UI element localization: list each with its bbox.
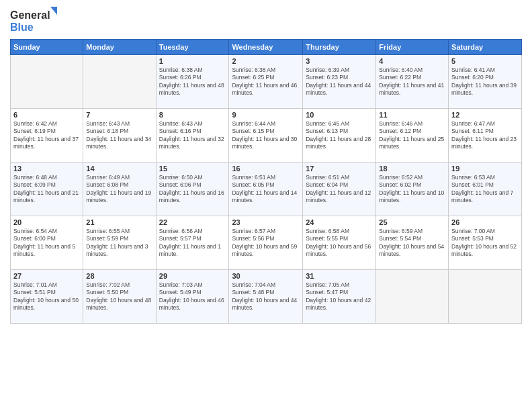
day-number: 9	[232, 111, 300, 119]
day-number: 7	[86, 111, 152, 119]
day-info: Sunrise: 6:44 AM Sunset: 6:15 PM Dayligh…	[232, 120, 300, 151]
table-row: 29Sunrise: 7:03 AM Sunset: 5:49 PM Dayli…	[156, 270, 229, 324]
day-number: 8	[159, 111, 226, 119]
table-row: 28Sunrise: 7:02 AM Sunset: 5:50 PM Dayli…	[83, 270, 156, 324]
calendar-week-row: 13Sunrise: 6:48 AM Sunset: 6:09 PM Dayli…	[11, 163, 522, 216]
table-row: 26Sunrise: 7:00 AM Sunset: 5:53 PM Dayli…	[449, 216, 522, 270]
table-row: 17Sunrise: 6:51 AM Sunset: 6:04 PM Dayli…	[303, 163, 376, 216]
table-row	[11, 55, 83, 109]
day-info: Sunrise: 7:04 AM Sunset: 5:48 PM Dayligh…	[232, 281, 300, 312]
logo: GeneralBlue	[10, 7, 64, 35]
table-row: 16Sunrise: 6:51 AM Sunset: 6:05 PM Dayli…	[229, 163, 303, 216]
day-number: 29	[159, 272, 226, 280]
table-row	[376, 270, 449, 324]
day-info: Sunrise: 6:57 AM Sunset: 5:56 PM Dayligh…	[232, 228, 300, 259]
day-number: 6	[13, 111, 80, 119]
table-row: 2Sunrise: 6:38 AM Sunset: 6:25 PM Daylig…	[229, 55, 303, 109]
day-number: 20	[13, 218, 80, 226]
header-friday: Friday	[376, 40, 449, 55]
day-info: Sunrise: 6:39 AM Sunset: 6:23 PM Dayligh…	[306, 66, 373, 97]
day-number: 10	[306, 111, 373, 119]
header: GeneralBlue	[10, 7, 522, 35]
day-number: 12	[451, 111, 519, 119]
day-number: 30	[232, 272, 300, 280]
day-info: Sunrise: 6:43 AM Sunset: 6:16 PM Dayligh…	[159, 120, 226, 151]
table-row: 8Sunrise: 6:43 AM Sunset: 6:16 PM Daylig…	[156, 109, 229, 163]
day-info: Sunrise: 6:43 AM Sunset: 6:18 PM Dayligh…	[86, 120, 152, 151]
logo-svg: GeneralBlue	[10, 7, 64, 35]
day-number: 19	[451, 165, 519, 173]
table-row: 6Sunrise: 6:42 AM Sunset: 6:19 PM Daylig…	[11, 109, 83, 163]
svg-text:General: General	[10, 9, 50, 21]
table-row: 18Sunrise: 6:52 AM Sunset: 6:02 PM Dayli…	[376, 163, 449, 216]
day-number: 1	[159, 57, 226, 65]
day-info: Sunrise: 6:47 AM Sunset: 6:11 PM Dayligh…	[451, 120, 519, 151]
header-tuesday: Tuesday	[156, 40, 229, 55]
table-row	[449, 270, 522, 324]
day-number: 14	[86, 165, 152, 173]
table-row: 22Sunrise: 6:56 AM Sunset: 5:57 PM Dayli…	[156, 216, 229, 270]
day-number: 22	[159, 218, 226, 226]
day-info: Sunrise: 6:50 AM Sunset: 6:06 PM Dayligh…	[159, 174, 226, 205]
day-info: Sunrise: 6:46 AM Sunset: 6:12 PM Dayligh…	[379, 120, 445, 151]
table-row: 15Sunrise: 6:50 AM Sunset: 6:06 PM Dayli…	[156, 163, 229, 216]
svg-text:Blue: Blue	[10, 21, 34, 33]
day-number: 5	[451, 57, 519, 65]
table-row: 12Sunrise: 6:47 AM Sunset: 6:11 PM Dayli…	[449, 109, 522, 163]
calendar-week-row: 20Sunrise: 6:54 AM Sunset: 6:00 PM Dayli…	[11, 216, 522, 270]
day-info: Sunrise: 7:00 AM Sunset: 5:53 PM Dayligh…	[451, 228, 519, 259]
day-info: Sunrise: 7:01 AM Sunset: 5:51 PM Dayligh…	[13, 281, 80, 312]
day-number: 26	[451, 218, 519, 226]
header-saturday: Saturday	[449, 40, 522, 55]
day-info: Sunrise: 6:42 AM Sunset: 6:19 PM Dayligh…	[13, 120, 80, 151]
header-sunday: Sunday	[11, 40, 83, 55]
table-row: 30Sunrise: 7:04 AM Sunset: 5:48 PM Dayli…	[229, 270, 303, 324]
table-row: 31Sunrise: 7:05 AM Sunset: 5:47 PM Dayli…	[303, 270, 376, 324]
day-info: Sunrise: 6:54 AM Sunset: 6:00 PM Dayligh…	[13, 228, 80, 259]
calendar-body: 1Sunrise: 6:38 AM Sunset: 6:26 PM Daylig…	[11, 55, 522, 324]
table-row: 1Sunrise: 6:38 AM Sunset: 6:26 PM Daylig…	[156, 55, 229, 109]
table-row: 25Sunrise: 6:59 AM Sunset: 5:54 PM Dayli…	[376, 216, 449, 270]
day-info: Sunrise: 6:41 AM Sunset: 6:20 PM Dayligh…	[451, 66, 519, 97]
table-row: 13Sunrise: 6:48 AM Sunset: 6:09 PM Dayli…	[11, 163, 83, 216]
day-info: Sunrise: 6:55 AM Sunset: 5:59 PM Dayligh…	[86, 228, 152, 259]
day-number: 13	[13, 165, 80, 173]
day-info: Sunrise: 6:52 AM Sunset: 6:02 PM Dayligh…	[379, 174, 445, 205]
day-info: Sunrise: 6:38 AM Sunset: 6:26 PM Dayligh…	[159, 66, 226, 97]
table-row: 14Sunrise: 6:49 AM Sunset: 6:08 PM Dayli…	[83, 163, 156, 216]
table-row: 21Sunrise: 6:55 AM Sunset: 5:59 PM Dayli…	[83, 216, 156, 270]
header-thursday: Thursday	[303, 40, 376, 55]
table-row: 23Sunrise: 6:57 AM Sunset: 5:56 PM Dayli…	[229, 216, 303, 270]
day-number: 27	[13, 272, 80, 280]
day-number: 21	[86, 218, 152, 226]
weekday-header-row: Sunday Monday Tuesday Wednesday Thursday…	[11, 40, 522, 55]
day-info: Sunrise: 6:48 AM Sunset: 6:09 PM Dayligh…	[13, 174, 80, 205]
day-info: Sunrise: 7:05 AM Sunset: 5:47 PM Dayligh…	[306, 281, 373, 312]
table-row: 20Sunrise: 6:54 AM Sunset: 6:00 PM Dayli…	[11, 216, 83, 270]
day-number: 23	[232, 218, 300, 226]
day-number: 28	[86, 272, 152, 280]
table-row: 10Sunrise: 6:45 AM Sunset: 6:13 PM Dayli…	[303, 109, 376, 163]
day-info: Sunrise: 7:02 AM Sunset: 5:50 PM Dayligh…	[86, 281, 152, 312]
day-number: 17	[306, 165, 373, 173]
day-info: Sunrise: 6:58 AM Sunset: 5:55 PM Dayligh…	[306, 228, 373, 259]
day-info: Sunrise: 6:49 AM Sunset: 6:08 PM Dayligh…	[86, 174, 152, 205]
day-info: Sunrise: 7:03 AM Sunset: 5:49 PM Dayligh…	[159, 281, 226, 312]
day-number: 4	[379, 57, 445, 65]
day-info: Sunrise: 6:51 AM Sunset: 6:05 PM Dayligh…	[232, 174, 300, 205]
day-number: 3	[306, 57, 373, 65]
day-info: Sunrise: 6:38 AM Sunset: 6:25 PM Dayligh…	[232, 66, 300, 97]
day-info: Sunrise: 6:59 AM Sunset: 5:54 PM Dayligh…	[379, 228, 445, 259]
table-row: 27Sunrise: 7:01 AM Sunset: 5:51 PM Dayli…	[11, 270, 83, 324]
table-row: 11Sunrise: 6:46 AM Sunset: 6:12 PM Dayli…	[376, 109, 449, 163]
day-number: 24	[306, 218, 373, 226]
day-number: 18	[379, 165, 445, 173]
header-monday: Monday	[83, 40, 156, 55]
day-info: Sunrise: 6:51 AM Sunset: 6:04 PM Dayligh…	[306, 174, 373, 205]
day-number: 2	[232, 57, 300, 65]
day-info: Sunrise: 6:45 AM Sunset: 6:13 PM Dayligh…	[306, 120, 373, 151]
day-info: Sunrise: 6:40 AM Sunset: 6:22 PM Dayligh…	[379, 66, 445, 97]
day-number: 11	[379, 111, 445, 119]
calendar-week-row: 6Sunrise: 6:42 AM Sunset: 6:19 PM Daylig…	[11, 109, 522, 163]
calendar-week-row: 27Sunrise: 7:01 AM Sunset: 5:51 PM Dayli…	[11, 270, 522, 324]
